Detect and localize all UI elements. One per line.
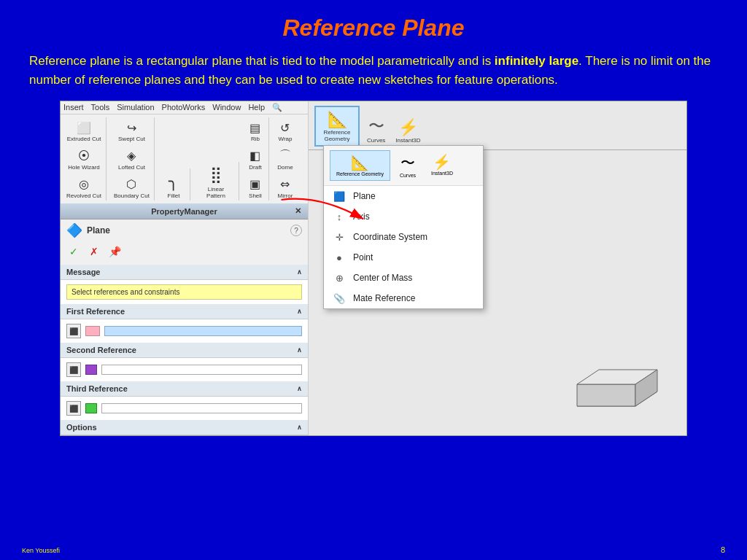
dropdown-curves-btn[interactable]: 〜 Curves (393, 150, 422, 181)
shell-icon: ▣ (247, 176, 264, 193)
second-ref-input-row: ⬛ (66, 362, 302, 377)
dropdown-curves-label: Curves (400, 173, 416, 178)
dropdown-ref-geom-btn[interactable]: 📐 Reference Geometry (330, 150, 390, 181)
revolved-cut-icon: ◎ (75, 176, 93, 193)
center-of-mass-label: Center of Mass (353, 273, 412, 283)
instant3d-icon: ⚡ (398, 118, 418, 137)
tool-instant3d[interactable]: ⚡ Instant3D (392, 115, 423, 147)
third-ref-color-indicator (85, 403, 97, 413)
menu-search-icon[interactable]: 🔍 (272, 103, 282, 112)
swept-cut-label: Swept Cut (118, 136, 145, 143)
dropdown-instant3d-btn[interactable]: ⚡ Instant3D (425, 150, 459, 181)
slide-container: Reference Plane Reference plane is a rec… (0, 0, 747, 560)
menu-window[interactable]: Window (212, 103, 241, 112)
third-ref-cube-icon: ⬛ (66, 401, 81, 416)
pm-close-btn[interactable]: ✕ (290, 206, 305, 216)
plane-label: 🔷 Plane (66, 222, 110, 238)
third-ref-input-field[interactable] (101, 403, 302, 413)
description-text: Reference plane is a rectangular plane t… (29, 52, 715, 89)
tool-curves[interactable]: 〜 Curves (364, 112, 388, 147)
dropdown-item-center-of-mass[interactable]: ⊕ Center of Mass (324, 268, 483, 288)
options-chevron[interactable]: ∧ (297, 424, 302, 431)
dropdown-item-point[interactable]: ● Point (324, 247, 483, 268)
menu-insert[interactable]: Insert (63, 103, 84, 112)
reference-geometry-label: Reference Geometry (319, 129, 355, 142)
boundary-cut-label: Boundary Cut (114, 193, 150, 200)
menu-photoworks[interactable]: PhotoWorks (162, 103, 206, 112)
tool-draft[interactable]: ◧ Draft (245, 146, 266, 173)
dropdown-item-mate-reference[interactable]: 📎 Mate Reference (324, 288, 483, 308)
plane-menu-icon: 🟦 (333, 190, 346, 203)
first-ref-input-field[interactable] (104, 326, 302, 336)
plane-text: Plane (87, 225, 110, 236)
dropdown-curves-icon: 〜 (400, 153, 415, 173)
tool-wrap[interactable]: ↺ Wrap (275, 117, 295, 144)
second-ref-color-indicator (85, 365, 97, 375)
second-ref-input-field[interactable] (101, 365, 302, 375)
screenshot-area: Insert Tools Simulation PhotoWorks Windo… (60, 101, 687, 436)
first-ref-input-row: ⬛ (66, 324, 302, 338)
tool-shell[interactable]: ▣ Shell (245, 174, 266, 201)
pm-cancel-btn[interactable]: ✗ (87, 244, 101, 259)
dropdown-ref-geom-icon: 📐 (351, 154, 369, 171)
tool-fillet[interactable]: ╮ Fillet (160, 168, 187, 201)
reference-geometry-dropdown: 📐 Reference Geometry 〜 Curves ⚡ Instant3… (323, 145, 484, 309)
first-ref-color-indicator (85, 326, 100, 336)
options-header: Options ∧ (61, 420, 308, 435)
menu-help[interactable]: Help (248, 103, 265, 112)
coordinate-menu-label: Coordinate System (353, 232, 427, 242)
third-ref-chevron[interactable]: ∧ (297, 385, 302, 392)
footer-author: Ken Youssefi (22, 547, 60, 554)
menu-simulation[interactable]: Simulation (117, 103, 154, 112)
message-chevron-icon[interactable]: ∧ (297, 268, 302, 276)
revolved-cut-label: Revolved Cut (66, 193, 101, 200)
message-section-header: Message ∧ (61, 265, 308, 280)
tool-mirror[interactable]: ⇔ Mirror (275, 174, 295, 201)
instant3d-label: Instant3D (395, 137, 420, 144)
tool-rib[interactable]: ▤ Rib (245, 117, 266, 144)
toolbar-icons: ⬜ Extruded Cut ⦿ Hole Wizard ◎ Revolved … (61, 114, 308, 203)
first-ref-cube-icon: ⬛ (66, 324, 81, 338)
third-ref-content: ⬛ (61, 397, 308, 420)
mate-reference-icon: 📎 (333, 292, 346, 305)
dropdown-instant3d-icon: ⚡ (433, 153, 451, 171)
lofted-cut-label: Lofted Cut (118, 165, 145, 171)
lofted-cut-icon: ◈ (123, 147, 140, 165)
tool-swept-cut[interactable]: ↪ Swept Cut (117, 117, 147, 144)
extruded-cut-icon: ⬜ (75, 119, 93, 136)
point-menu-label: Point (353, 252, 373, 262)
pm-help-icon[interactable]: ? (290, 225, 302, 236)
tool-hole-wizard[interactable]: ⦿ Hole Wizard (66, 146, 101, 173)
curves-icon: 〜 (368, 115, 384, 137)
tool-lofted-cut[interactable]: ◈ Lofted Cut (117, 146, 147, 173)
dropdown-instant3d-label: Instant3D (431, 171, 453, 176)
wrap-label: Wrap (278, 136, 292, 143)
dropdown-item-plane[interactable]: 🟦 Plane (324, 186, 483, 206)
dropdown-item-axis[interactable]: ↕ Axis (324, 206, 483, 227)
first-ref-chevron[interactable]: ∧ (297, 308, 302, 315)
dropdown-item-coordinate[interactable]: ✛ Coordinate System (324, 227, 483, 247)
dome-label: Dome (277, 165, 293, 171)
fillet-label: Fillet (168, 193, 180, 200)
dropdown-header: 📐 Reference Geometry 〜 Curves ⚡ Instant3… (324, 146, 483, 186)
pm-ok-btn[interactable]: ✓ (66, 244, 81, 259)
tool-reference-geometry[interactable]: 📐 Reference Geometry (314, 106, 360, 147)
toolbar-group-wrap-etc: ↺ Wrap ⌒ Dome ⇔ Mirror (272, 117, 298, 201)
plane-row: 🔷 Plane ? (61, 219, 308, 241)
center-of-mass-icon: ⊕ (333, 271, 346, 284)
tool-extruded-cut[interactable]: ⬜ Extruded Cut (66, 117, 103, 144)
tool-linear-pattern[interactable]: ⣿ Linear Pattern (196, 162, 236, 201)
second-ref-chevron[interactable]: ∧ (297, 346, 302, 354)
left-panel: Insert Tools Simulation PhotoWorks Windo… (61, 101, 309, 435)
tool-revolved-cut[interactable]: ◎ Revolved Cut (65, 174, 103, 201)
tool-boundary-cut[interactable]: ⬡ Boundary Cut (112, 174, 151, 201)
tool-dome[interactable]: ⌒ Dome (275, 146, 295, 173)
first-ref-content: ⬛ (61, 319, 308, 343)
menu-bar: Insert Tools Simulation PhotoWorks Windo… (61, 101, 308, 114)
footer-page-number: 8 (721, 545, 725, 554)
pm-pushpin-btn[interactable]: 📌 (107, 244, 122, 259)
toolbar-group-cut: ⬜ Extruded Cut ⦿ Hole Wizard ◎ Revolved … (62, 117, 107, 201)
pm-actions: ✓ ✗ 📌 (61, 241, 308, 265)
coordinate-menu-icon: ✛ (333, 230, 346, 244)
menu-tools[interactable]: Tools (91, 103, 110, 112)
